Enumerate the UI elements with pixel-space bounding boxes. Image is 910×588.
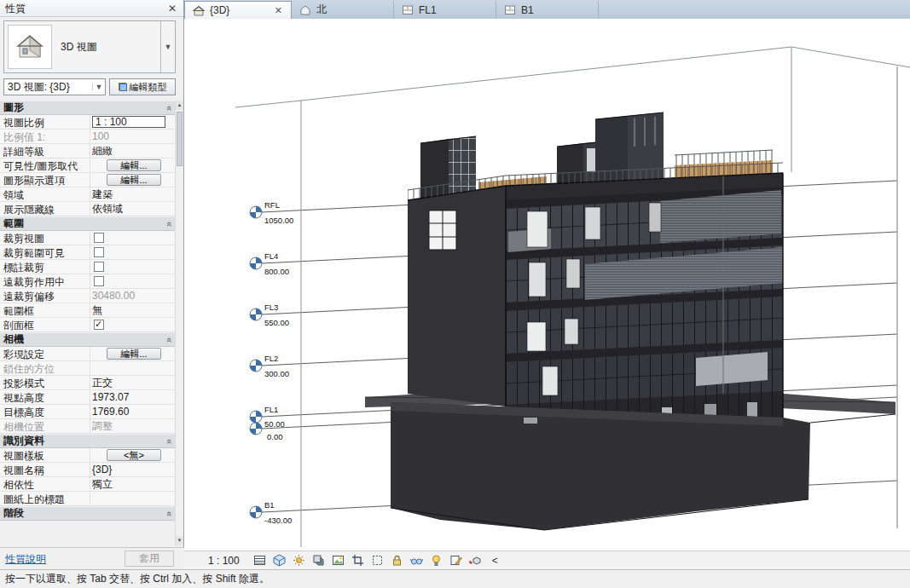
apply-button[interactable]: 套用	[125, 551, 174, 567]
collapse-icon[interactable]: «	[165, 337, 175, 342]
crop-view-icon[interactable]	[350, 553, 366, 568]
crop-region-visible-checkbox[interactable]	[94, 247, 104, 257]
lock-3d-view-icon[interactable]	[389, 553, 405, 568]
row-graphic-display-options: 圖形顯示選項 編輯...	[0, 173, 176, 187]
tab-3d[interactable]: {3D} ✕	[184, 1, 292, 19]
shadows-icon[interactable]	[310, 553, 327, 568]
svg-text:RFL: RFL	[264, 200, 280, 210]
group-header-phasing[interactable]: 階段 «	[0, 506, 176, 521]
status-bar: 按一下以選取、按 Tab 交替、按 Ctrl 加入、按 Shift 除選。	[0, 569, 910, 588]
properties-panel: 性質 ✕ 3D 視圖 ▼ 3D 視圖: {3D} ▼ 編輯類	[0, 0, 184, 569]
temporary-hide-isolate-icon[interactable]	[409, 553, 425, 568]
type-selector[interactable]: 3D 視圖 ▼	[3, 20, 176, 73]
svg-text:FL1: FL1	[264, 405, 278, 414]
row-discipline: 領域 建築	[0, 187, 176, 202]
title-on-sheet-value[interactable]	[90, 492, 176, 505]
row-view-scale: 視圖比例 1 : 100	[0, 115, 176, 130]
row-far-clip-active: 遠裁剪作用中	[0, 274, 176, 289]
view-control-bar: 1 : 100	[184, 551, 910, 569]
view-name-value[interactable]: {3D}	[90, 463, 176, 476]
edit-type-button[interactable]: 編輯類型	[109, 78, 176, 95]
projection-mode-value[interactable]: 正交	[90, 376, 176, 389]
properties-scrollbar[interactable]: ▲ ▼	[175, 101, 183, 545]
tab-label: {3D}	[210, 4, 229, 16]
control-bar-more[interactable]: <	[487, 555, 498, 567]
section-box-checkbox[interactable]	[94, 320, 104, 330]
view-scale-input[interactable]: 1 : 100	[92, 116, 165, 128]
row-scope-box: 範圍框 無	[0, 303, 176, 318]
target-elevation-value[interactable]: 1769.60	[90, 405, 176, 418]
annotation-crop-checkbox[interactable]	[94, 262, 104, 272]
building-model[interactable]	[408, 112, 783, 443]
visibility-edit-button[interactable]: 編輯...	[107, 159, 161, 171]
row-crop-region-visible: 裁剪範圍可見	[0, 245, 176, 260]
row-detail-level: 詳細等級 細緻	[0, 144, 176, 159]
site-mass[interactable]	[391, 402, 896, 530]
sun-path-icon[interactable]	[291, 553, 307, 568]
displacement-sets-icon[interactable]	[467, 553, 484, 568]
row-projection-mode: 投影模式 正交	[0, 376, 176, 390]
row-target-elevation: 目標高度 1769.60	[0, 405, 176, 419]
svg-text:FL2: FL2	[264, 354, 278, 363]
row-visibility-overrides: 可見性/圖形取代 編輯...	[0, 159, 176, 173]
scroll-up-icon[interactable]: ▲	[176, 101, 183, 110]
row-view-name: 視圖名稱 {3D}	[0, 463, 176, 477]
view-template-button[interactable]: <無>	[107, 449, 161, 461]
property-grid: 圖形 « 視圖比例 1 : 100 比例值 1: 100 詳細等級 細緻 可見性…	[0, 101, 176, 521]
scroll-thumb[interactable]	[177, 112, 183, 166]
svg-text:300.00: 300.00	[264, 369, 289, 378]
tab-north[interactable]: 北	[292, 1, 394, 19]
3d-model-canvas[interactable]: RFL 1050.00 FL4 800.00 FL3	[184, 19, 910, 551]
tab-fl1[interactable]: FL1	[394, 1, 496, 19]
type-dropdown-icon[interactable]: ▼	[160, 21, 175, 72]
detail-level-icon[interactable]	[252, 553, 268, 568]
crop-view-checkbox[interactable]	[94, 233, 104, 243]
eye-elevation-value[interactable]: 1973.07	[90, 390, 176, 404]
floor-plan-icon	[503, 3, 517, 16]
svg-text:-430.00: -430.00	[264, 516, 292, 525]
drawing-area[interactable]: RFL 1050.00 FL4 800.00 FL3	[184, 19, 910, 551]
group-header-graphics[interactable]: 圖形 «	[0, 101, 176, 115]
row-camera-position: 相機位置 調整	[0, 419, 176, 434]
collapse-icon[interactable]: «	[165, 510, 175, 516]
svg-text:1050.00: 1050.00	[264, 216, 293, 225]
temporary-view-properties-icon[interactable]	[448, 553, 464, 568]
tab-close-icon[interactable]: ✕	[273, 5, 284, 16]
graphic-display-edit-button[interactable]: 編輯...	[107, 174, 161, 186]
scope-box-value[interactable]: 無	[90, 303, 176, 317]
rendering-dialog-icon[interactable]	[330, 553, 346, 568]
far-clip-active-checkbox[interactable]	[94, 276, 104, 286]
group-header-camera[interactable]: 相機 «	[0, 332, 176, 347]
filter-combo[interactable]: 3D 視圖: {3D} ▼	[3, 78, 106, 95]
type-thumbnail	[8, 25, 52, 69]
visual-style-icon[interactable]	[271, 553, 287, 568]
detail-level-value[interactable]: 細緻	[90, 144, 176, 158]
discipline-value[interactable]: 建築	[90, 187, 176, 201]
collapse-icon[interactable]: «	[165, 221, 175, 226]
show-crop-region-icon[interactable]	[369, 553, 385, 568]
collapse-icon[interactable]: «	[165, 438, 175, 443]
row-rendering-settings: 彩現設定 編輯...	[0, 347, 176, 361]
group-header-identity-data[interactable]: 識別資料 «	[0, 434, 176, 448]
facade-south	[506, 173, 783, 443]
show-hidden-lines-value[interactable]: 依領域	[90, 202, 176, 216]
properties-title-bar[interactable]: 性質 ✕	[0, 0, 183, 17]
collapse-icon[interactable]: «	[165, 105, 175, 110]
svg-text:0.00: 0.00	[267, 432, 283, 441]
properties-title: 性質	[5, 3, 26, 14]
row-view-template: 視圖樣板 <無>	[0, 448, 176, 463]
facade-west	[408, 186, 506, 406]
row-scale-value: 比例值 1: 100	[0, 130, 176, 144]
tab-b1[interactable]: B1	[496, 1, 599, 19]
combo-dropdown-icon[interactable]: ▼	[92, 83, 105, 91]
group-header-extents[interactable]: 範圍 «	[0, 216, 176, 231]
close-icon[interactable]: ✕	[165, 0, 179, 17]
rendering-settings-edit-button[interactable]: 編輯...	[107, 348, 161, 360]
svg-text:800.00: 800.00	[264, 267, 289, 276]
reveal-hidden-elements-icon[interactable]	[428, 553, 444, 568]
view-tabs: {3D} ✕ 北 FL1 B1	[184, 0, 910, 19]
view-scale-control[interactable]: 1 : 100	[208, 555, 248, 567]
scroll-down-icon[interactable]: ▼	[176, 536, 183, 545]
properties-help-link[interactable]: 性質說明	[5, 552, 46, 567]
tab-label: 北	[316, 3, 327, 17]
